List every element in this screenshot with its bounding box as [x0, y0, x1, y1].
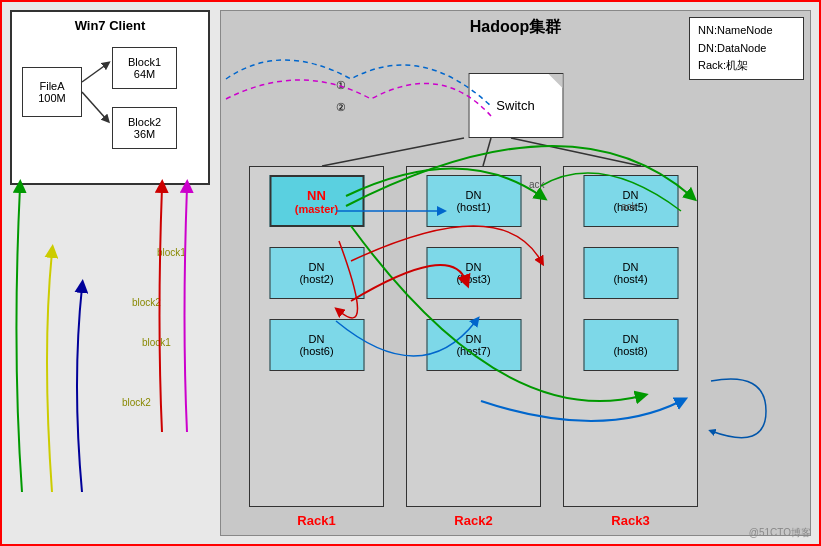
legend-line3: Rack:机架	[698, 57, 795, 75]
dn-host6-box: DN (host6)	[269, 319, 364, 371]
client-title: Win7 Client	[75, 18, 146, 33]
filea-box: FileA 100M	[22, 67, 82, 117]
dn-host7-box: DN (host7)	[426, 319, 521, 371]
hadoop-panel: Hadoop集群 NN:NameNode DN:DataNode Rack:机架…	[220, 10, 811, 536]
rack2-container: DN (host1) DN (host3) DN (host7) Rack2	[406, 166, 541, 507]
dn-host3-box: DN (host3)	[426, 247, 521, 299]
rack3-container: DN (host5) DN (host4) DN (host8) Rack3	[563, 166, 698, 507]
dn-host8-box: DN (host8)	[583, 319, 678, 371]
ack-label-1: ack	[529, 179, 545, 190]
ack-label-2: ack	[621, 201, 637, 212]
legend-box: NN:NameNode DN:DataNode Rack:机架	[689, 17, 804, 80]
client-panel: Win7 Client FileA 100M Block1 64M Block2…	[10, 10, 210, 185]
block2-label-2: block2	[122, 397, 151, 408]
legend-line1: NN:NameNode	[698, 22, 795, 40]
block1-box: Block1 64M	[112, 47, 177, 89]
svg-line-13	[511, 138, 641, 166]
svg-line-12	[483, 138, 491, 166]
num1-label: ①	[336, 79, 346, 92]
nn-label: NN	[307, 188, 326, 203]
dn-host1-box: DN (host1)	[426, 175, 521, 227]
svg-line-1	[82, 92, 107, 120]
block2-box: Block2 36M	[112, 107, 177, 149]
rack2-label: Rack2	[454, 513, 492, 528]
block2-label: block2	[132, 297, 161, 308]
main-container: Win7 Client FileA 100M Block1 64M Block2…	[0, 0, 821, 546]
rack1-container: NN (master) DN (host2) DN (host6) Rack1	[249, 166, 384, 507]
switch-box: Switch	[468, 73, 563, 138]
dn-host2-box: DN (host2)	[269, 247, 364, 299]
nn-master-label: (master)	[295, 203, 338, 215]
block1-label-1: block1	[157, 247, 186, 258]
dn-host4-box: DN (host4)	[583, 247, 678, 299]
rack1-label: Rack1	[297, 513, 335, 528]
rack3-label: Rack3	[611, 513, 649, 528]
nn-master-box: NN (master)	[269, 175, 364, 227]
block1-label-2: block1	[142, 337, 171, 348]
svg-line-11	[322, 138, 464, 166]
num2-label: ②	[336, 101, 346, 114]
legend-line2: DN:DataNode	[698, 40, 795, 58]
hadoop-title: Hadoop集群	[470, 17, 562, 38]
svg-line-0	[82, 64, 107, 82]
watermark: @51CTO博客	[749, 526, 811, 540]
